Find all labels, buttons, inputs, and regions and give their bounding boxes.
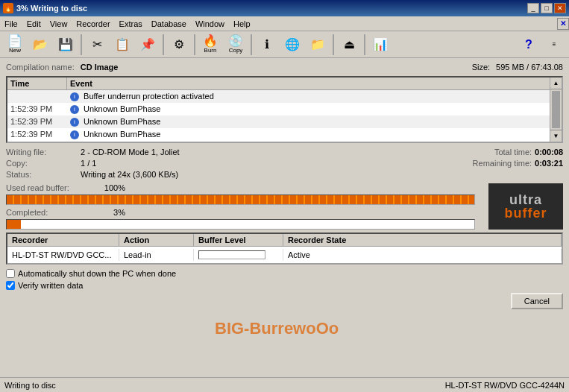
log-row: 1:52:39 PM i Unknown BurnPhase: [7, 116, 562, 128]
log-scrollbar[interactable]: ▲ ▼: [550, 78, 562, 142]
help-icon: ?: [525, 39, 532, 51]
log-row: 1:52:39 PM i Unknown BurnPhase: [7, 128, 562, 141]
buffer-level-bar: [198, 250, 265, 259]
copy-disc-button[interactable]: 💿 Copy: [224, 34, 248, 56]
menu-bar: File Edit View Recorder Extras Database …: [0, 16, 569, 31]
log-cell-time-3: 1:52:39 PM: [7, 129, 67, 140]
status-right: HL-DT-ST RW/DVD GCC-4244N: [445, 381, 565, 390]
writing-file-label: Writing file:: [6, 148, 81, 157]
menu-view[interactable]: View: [45, 18, 72, 30]
log-icon-3: i: [70, 130, 79, 139]
cut-button[interactable]: ✂: [85, 34, 109, 56]
save-icon: 💾: [58, 39, 73, 51]
buffer-logo: buffer: [505, 206, 547, 220]
open-button[interactable]: 📂: [28, 34, 52, 56]
cue-icon: ⚙: [174, 39, 184, 51]
new-label: New: [9, 48, 21, 54]
new-button[interactable]: 📄 New: [3, 34, 27, 56]
log-row: i Buffer underrun protection activated: [7, 90, 562, 103]
paste-icon: 📌: [140, 39, 155, 51]
burn-label: Burn: [204, 48, 217, 54]
log-icon-0: i: [70, 92, 79, 101]
copy-files-button[interactable]: 📋: [110, 34, 134, 56]
read-buffer-pct: 100%: [95, 183, 125, 192]
total-time-value: 0:00:08: [535, 148, 563, 157]
info-button[interactable]: ℹ: [255, 34, 279, 56]
write-info-section: BIG-BurrewoOo Writing file: 2 - CD-ROM M…: [6, 148, 563, 181]
properties-icon: 📊: [373, 39, 388, 51]
menu-edit[interactable]: Edit: [22, 18, 45, 30]
log-row: 1:52:39 PM i Unknown BurnPhase: [7, 103, 562, 116]
writing-file-row: Writing file: 2 - CD-ROM Mode 1, Joliet …: [6, 148, 563, 181]
menu-window[interactable]: Window: [191, 18, 229, 30]
total-time-row: Total time: 0:00:08: [399, 148, 563, 157]
log-cell-event-3: i Unknown BurnPhase: [67, 129, 562, 140]
help-toolbar-button[interactable]: ?: [517, 34, 541, 56]
copy-disc-icon: 💿: [228, 35, 243, 47]
remaining-time-value: 0:03:21: [535, 159, 563, 168]
extra-settings-button[interactable]: ≡: [542, 34, 566, 56]
rec-col-recorder: Recorder: [7, 234, 119, 246]
menu-recorder[interactable]: Recorder: [72, 18, 114, 30]
status-value: Writing at 24x (3,600 KB/s): [81, 170, 178, 179]
log-cell-time-0: [7, 91, 67, 102]
rec-col-state: Recorder State: [283, 234, 562, 246]
rec-cell-action: Lead-in: [119, 249, 194, 261]
completed-label: Completed:: [6, 208, 95, 217]
menu-file[interactable]: File: [0, 18, 22, 30]
rec-cell-state: Active: [283, 249, 562, 261]
extra-settings-icon: ≡: [553, 41, 556, 48]
scroll-thumb[interactable]: [552, 91, 560, 128]
progress-logo-section: Used read buffer: 100% Completed: 3% ult…: [6, 183, 563, 230]
recorder-table-header: Recorder Action Buffer Level Recorder St…: [7, 234, 562, 247]
log-header: Time Event: [7, 78, 562, 90]
remaining-time-row: Remaining time: 0:03:21: [399, 159, 563, 168]
writing-file-value: 2 - CD-ROM Mode 1, Joliet: [81, 148, 180, 157]
folder-icon: 📁: [310, 39, 325, 51]
scroll-up-button[interactable]: ▲: [550, 78, 562, 89]
rec-col-action: Action: [119, 234, 194, 246]
compilation-name-label: Compilation name:: [6, 63, 75, 72]
paste-button[interactable]: 📌: [136, 34, 160, 56]
logo-area: ultra buffer: [488, 183, 563, 230]
burn-icon: 🔥: [203, 35, 218, 47]
auto-shutdown-checkbox[interactable]: [6, 269, 15, 278]
verify-checkbox[interactable]: [6, 281, 15, 290]
close-button[interactable]: ✕: [554, 3, 566, 13]
write-left: Writing file: 2 - CD-ROM Mode 1, Joliet …: [6, 148, 399, 181]
size-value: 595 MB / 67:43.08: [496, 63, 563, 72]
progress-bars: Used read buffer: 100% Completed: 3%: [6, 183, 482, 230]
title-text: 3% Writing to disc: [16, 4, 87, 13]
folder-button[interactable]: 📁: [306, 34, 330, 56]
menu-extras[interactable]: Extras: [115, 18, 147, 30]
scroll-down-button[interactable]: ▼: [550, 130, 562, 142]
burn-button[interactable]: 🔥 Burn: [198, 34, 222, 56]
copy-files-icon: 📋: [115, 39, 130, 51]
completed-bar: [6, 219, 475, 230]
browse-button[interactable]: 🌐: [280, 34, 304, 56]
cut-icon: ✂: [92, 39, 102, 51]
rec-cell-recorder: HL-DT-ST RW/DVD GCC...: [7, 249, 119, 261]
cancel-button[interactable]: Cancel: [511, 293, 563, 309]
maximize-button[interactable]: □: [541, 3, 553, 13]
log-cell-time-1: 1:52:39 PM: [7, 104, 67, 115]
menu-database[interactable]: Database: [147, 18, 191, 30]
save-button[interactable]: 💾: [54, 34, 78, 56]
help-button[interactable]: ✕: [557, 18, 569, 30]
properties-button[interactable]: 📊: [368, 34, 392, 56]
read-buffer-row: Used read buffer: 100%: [6, 183, 482, 192]
log-cell-event-1: i Unknown BurnPhase: [67, 104, 562, 115]
menu-help[interactable]: Help: [229, 18, 255, 30]
log-icon-2: i: [70, 118, 79, 127]
cue-button[interactable]: ⚙: [167, 34, 191, 56]
new-icon: 📄: [7, 35, 22, 47]
writing-file-info: Writing file: 2 - CD-ROM Mode 1, Joliet: [6, 148, 399, 157]
status-bar: Writing to disc HL-DT-ST RW/DVD GCC-4244…: [0, 377, 569, 392]
copy-disc-label: Copy: [229, 48, 243, 54]
eject-button[interactable]: ⏏: [337, 34, 361, 56]
minimize-button[interactable]: _: [527, 3, 539, 13]
auto-shutdown-row: Automatically shut down the PC when done: [6, 269, 563, 278]
window-controls: _ □ ✕: [527, 3, 566, 13]
toolbar-separator-6: [364, 34, 365, 55]
log-table: Time Event i Buffer underrun protection …: [6, 76, 563, 143]
